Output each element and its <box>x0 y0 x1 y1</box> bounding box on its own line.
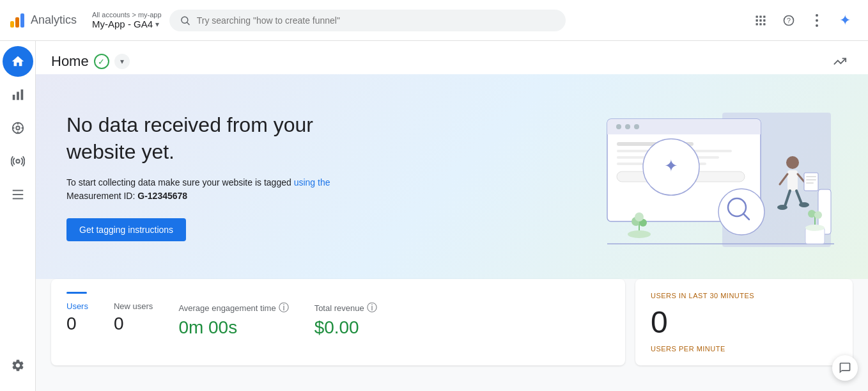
logo-bar-orange <box>15 17 19 28</box>
users-metric: Users 0 <box>66 301 88 338</box>
svg-point-58 <box>799 202 809 207</box>
svg-rect-26 <box>12 190 23 191</box>
help-icon: ? <box>782 14 795 27</box>
svg-rect-9 <box>759 23 761 25</box>
svg-text:?: ? <box>787 17 791 24</box>
sidebar-item-reports[interactable] <box>3 79 33 110</box>
bar-chart-icon <box>11 88 25 102</box>
total-revenue-label: Total revenue ⓘ <box>314 301 377 315</box>
total-revenue-value: $0.00 <box>314 317 377 338</box>
avg-engagement-value: 0m 00s <box>178 317 288 338</box>
realtime-label: USERS IN LAST 30 MINUTES <box>651 292 837 299</box>
get-tagging-instructions-button[interactable]: Get tagging instructions <box>66 218 186 241</box>
sidebar-item-explore[interactable] <box>3 113 33 143</box>
svg-point-20 <box>16 126 20 130</box>
more-menu-button[interactable] <box>804 8 830 33</box>
svg-rect-59 <box>804 173 818 191</box>
total-revenue-help-icon[interactable]: ⓘ <box>367 301 377 315</box>
sidebar-settings-button[interactable] <box>3 350 33 381</box>
home-icon <box>11 54 25 68</box>
svg-rect-6 <box>759 19 761 21</box>
ai-button[interactable]: ✦ <box>832 8 858 33</box>
svg-point-15 <box>816 24 818 27</box>
search-icon <box>180 15 190 26</box>
realtime-sub: USERS PER MINUTE <box>651 345 837 353</box>
sidebar-item-advertising[interactable] <box>3 146 33 177</box>
hero-title: No data received from your website yet. <box>66 112 386 165</box>
account-selector[interactable]: All accounts > my-app My-App - GA4 ▾ <box>92 11 162 29</box>
page-header: Home ✓ ▾ <box>36 41 868 74</box>
svg-point-35 <box>634 124 639 129</box>
help-icon-button[interactable]: ? <box>776 8 802 33</box>
svg-rect-60 <box>806 176 816 177</box>
svg-rect-7 <box>763 19 765 21</box>
settings-icon <box>11 358 25 372</box>
sidebar-top <box>3 46 33 210</box>
page-title-area: Home ✓ ▾ <box>51 53 130 70</box>
realtime-value: 0 <box>651 305 837 340</box>
nav-icons: ? ✦ <box>748 8 858 33</box>
svg-rect-52 <box>787 170 798 191</box>
svg-point-50 <box>635 212 644 221</box>
svg-point-43 <box>718 189 764 235</box>
hero-illustration: ✦ <box>569 100 837 253</box>
svg-rect-18 <box>20 90 23 100</box>
account-dropdown-arrow: ▾ <box>155 20 159 29</box>
top-nav: Analytics All accounts > my-app My-App -… <box>0 0 868 41</box>
svg-point-68 <box>808 210 816 218</box>
svg-point-46 <box>628 230 651 238</box>
new-users-value: 0 <box>114 314 153 334</box>
svg-rect-16 <box>12 95 15 100</box>
total-revenue-metric: Total revenue ⓘ $0.00 <box>314 301 377 338</box>
svg-line-1 <box>187 22 189 24</box>
svg-point-33 <box>616 124 621 129</box>
realtime-card: USERS IN LAST 30 MINUTES 0 USERS PER MIN… <box>635 279 853 365</box>
avg-engagement-metric: Average engagement time ⓘ 0m 00s <box>178 301 288 338</box>
status-badge: ✓ <box>94 54 109 69</box>
avg-engagement-label: Average engagement time ⓘ <box>178 301 288 315</box>
svg-rect-62 <box>806 182 814 184</box>
stats-section: Users 0 New users 0 Average engagement t… <box>36 279 868 381</box>
hero-section: No data received from your website yet. … <box>36 74 868 279</box>
svg-rect-4 <box>763 15 765 17</box>
trend-icon-button[interactable] <box>827 49 853 74</box>
new-users-metric: New users 0 <box>114 301 153 338</box>
main-stats-card: Users 0 New users 0 Average engagement t… <box>51 279 625 365</box>
using-the-link[interactable]: using the <box>294 177 330 188</box>
sidebar-item-configure[interactable] <box>3 179 33 210</box>
search-bar[interactable] <box>169 10 566 31</box>
grid-icon <box>754 14 767 27</box>
hero-subtitle: To start collecting data make sure your … <box>66 176 386 203</box>
svg-rect-5 <box>756 19 758 21</box>
svg-rect-10 <box>763 23 765 25</box>
svg-rect-3 <box>759 15 761 17</box>
signal-icon <box>11 154 25 168</box>
svg-rect-8 <box>756 23 758 25</box>
svg-point-51 <box>786 156 799 169</box>
logo-bar-yellow <box>10 21 14 28</box>
svg-point-13 <box>816 14 818 17</box>
svg-point-25 <box>16 159 20 163</box>
account-name[interactable]: My-App - GA4 ▾ <box>92 19 162 29</box>
svg-point-66 <box>805 225 825 231</box>
stats-metrics: Users 0 New users 0 Average engagement t… <box>66 301 610 338</box>
chat-icon <box>839 362 851 374</box>
search-input[interactable] <box>197 15 555 26</box>
avg-engagement-help-icon[interactable]: ⓘ <box>279 301 289 315</box>
header-actions <box>827 49 853 74</box>
grid-icon-button[interactable] <box>748 8 773 33</box>
svg-point-69 <box>814 211 822 219</box>
status-dropdown-button[interactable]: ▾ <box>114 54 130 69</box>
new-users-label: New users <box>114 301 153 311</box>
chat-button[interactable] <box>832 355 858 381</box>
ai-star-icon: ✦ <box>839 12 851 29</box>
users-value: 0 <box>66 314 88 334</box>
svg-rect-2 <box>756 15 758 17</box>
compass-icon <box>11 121 25 135</box>
trending-icon <box>833 54 847 68</box>
logo-bar-blue <box>20 13 24 28</box>
sidebar-home-button[interactable] <box>3 46 33 77</box>
svg-rect-61 <box>806 179 816 180</box>
main-layout: Home ✓ ▾ No data received from your webs… <box>0 41 868 391</box>
measurement-id: G-12345678 <box>137 191 187 201</box>
